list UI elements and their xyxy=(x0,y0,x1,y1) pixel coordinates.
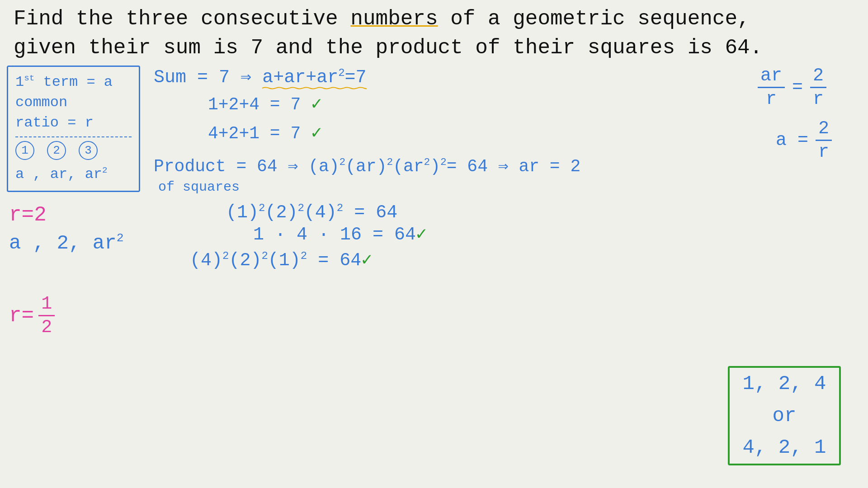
sequence-with-2: a , 2, ar2 xyxy=(9,231,123,254)
product-check2-line: 1 · 4 · 16 = 64✓ xyxy=(253,223,580,245)
fraction-area: ar r = 2 r a = 2 r xyxy=(758,66,832,162)
terms-box: 1st term = a commonratio = r 1 2 3 a , a… xyxy=(7,66,140,192)
first-term-label: 1st term = a xyxy=(15,72,132,93)
problem-line2: given their sum is 7 and the product of … xyxy=(14,36,762,60)
answer-line1: 1, 2, 4 xyxy=(743,368,826,399)
problem-statement: Find the three consecutive numbers of a … xyxy=(14,5,854,63)
check-mark-3: ✓ xyxy=(416,225,427,245)
answer-text: 1, 2, 4 or 4, 2, 1 xyxy=(743,368,826,463)
page: Find the three consecutive numbers of a … xyxy=(0,0,868,488)
terms-divider xyxy=(15,136,132,137)
half-numerator: 1 xyxy=(38,294,55,316)
problem-line1: Find the three consecutive numbers of a … xyxy=(14,7,750,31)
r-equals-2-label: r=2 xyxy=(9,203,123,227)
r-equals-half-section: r= 1 2 xyxy=(9,294,55,338)
check-mark-4: ✓ xyxy=(361,250,372,271)
frac-2-numer: 2 xyxy=(816,118,832,141)
answer-line3: 4, 2, 1 xyxy=(743,432,826,463)
fraction-2-r: 2 r xyxy=(810,66,826,109)
fraction-numerator-ar: ar xyxy=(758,66,785,88)
frac-r-denom: r xyxy=(818,141,829,162)
r-equals-2-section: r=2 a , 2, ar2 xyxy=(9,203,123,254)
check-mark-2: ✓ xyxy=(311,123,322,144)
fraction-one-half: 1 2 xyxy=(38,294,55,338)
product-check3-line: (4)2(2)2(1)2 = 64✓ xyxy=(190,249,580,271)
common-ratio-label: commonratio = r xyxy=(15,93,132,133)
highlighted-numbers: numbers xyxy=(350,7,438,31)
circle-2: 2 xyxy=(47,141,66,160)
fraction-a-equals-2-over-r: 2 r xyxy=(816,118,832,162)
a-equals-fraction: a = 2 r xyxy=(776,118,832,162)
fraction-denominator-r: r xyxy=(766,88,777,109)
circles-row: 1 2 3 xyxy=(15,141,132,160)
fraction-numerator-2: 2 xyxy=(810,66,826,88)
fraction-denominator-r2: r xyxy=(813,88,824,109)
fraction-equation: ar r = 2 r xyxy=(758,66,832,109)
half-denominator: 2 xyxy=(41,316,52,338)
answer-box: 1, 2, 4 or 4, 2, 1 xyxy=(728,366,841,465)
sequence-terms: a , ar, ar2 xyxy=(15,164,132,185)
check-mark-1: ✓ xyxy=(311,94,322,115)
answer-line2: or xyxy=(743,400,826,432)
fraction-equals-1: = xyxy=(792,77,803,98)
solution-area: Sum = 7 ⇒ a+ar+ar2=7 1+2+4 = 7 ✓ 4+2+1 =… xyxy=(154,66,854,148)
product-section: Product = 64 ⇒ (a)2(ar)2(ar2)2= 64 ⇒ ar … xyxy=(154,154,580,271)
sum-equation-line: Sum = 7 ⇒ a+ar+ar2=7 xyxy=(154,66,854,88)
product-check1-line: (1)2(2)2(4)2 = 64 xyxy=(226,202,580,223)
of-squares-label: of squares xyxy=(158,179,580,195)
circle-3: 3 xyxy=(79,141,98,160)
circle-1: 1 xyxy=(15,141,34,160)
a-label: a = xyxy=(776,130,808,150)
sum-expression: a+ar+ar2=7 xyxy=(262,67,366,88)
fraction-ar-r: ar r xyxy=(758,66,785,109)
r-half-label: r= xyxy=(9,304,34,328)
r-half-display: r= 1 2 xyxy=(9,294,55,338)
product-line1: Product = 64 ⇒ (a)2(ar)2(ar2)2= 64 ⇒ ar … xyxy=(154,154,580,179)
